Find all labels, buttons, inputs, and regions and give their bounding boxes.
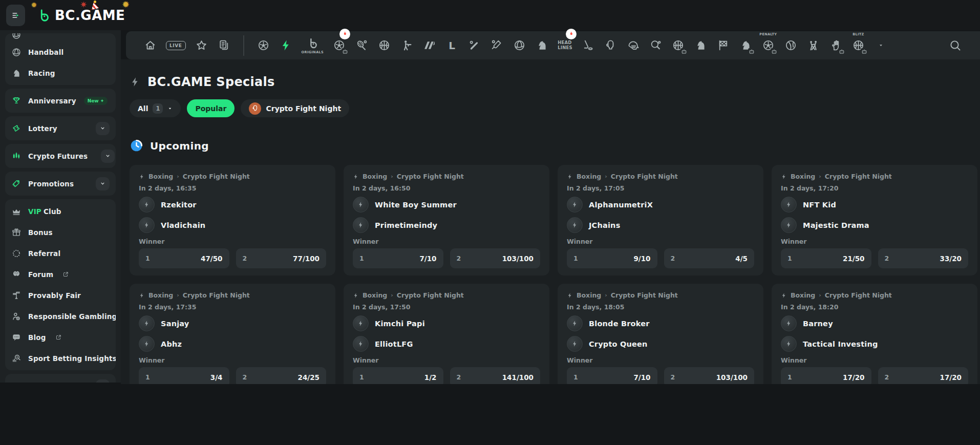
market-label: Winner: [781, 356, 968, 364]
stripes-icon: [423, 39, 436, 52]
topbar-item-basketball[interactable]: [377, 34, 391, 57]
topbar-item-chess[interactable]: [694, 34, 708, 57]
chevron-down-button[interactable]: [96, 379, 110, 383]
sidebar-item-anniversary[interactable]: AnniversaryNew ✦: [5, 90, 116, 111]
topbar-item-e-horse-racing[interactable]: [739, 34, 753, 57]
sidebar-item-blog[interactable]: Blog: [5, 327, 116, 348]
match-card[interactable]: Boxing›Crypto Fight NightIn 2 days, 17:3…: [130, 284, 335, 384]
odds-button[interactable]: 224/25: [236, 367, 327, 384]
filter-popular[interactable]: Popular: [187, 99, 235, 117]
topbar-item-blitz-basketball[interactable]: BLITZ: [851, 34, 865, 57]
sidebar-item-sponsorships[interactable]: Sponsorships: [5, 375, 116, 383]
topbar-item-live[interactable]: LIVE: [166, 34, 186, 57]
card-league: Boxing: [148, 173, 173, 180]
menu-button[interactable]: [6, 5, 25, 26]
sidebar-item-lottery[interactable]: Lottery: [5, 118, 116, 139]
topbar-item-bc-originals[interactable]: ORIGINALS: [302, 34, 324, 57]
odds-button[interactable]: 2103/100: [450, 248, 541, 268]
fighter-row: Sanjay: [139, 315, 326, 331]
sidebar-item-handball[interactable]: Handball: [5, 41, 116, 62]
topbar-item-futsal[interactable]: [784, 34, 798, 57]
filter-chips: All 1 Popular Crypto Fight Night: [130, 99, 980, 117]
topbar-item-my-bets[interactable]: [217, 34, 231, 57]
topbar-item-volleyball[interactable]: [513, 34, 526, 57]
topbar-item-bcgame-specials[interactable]: [279, 34, 293, 57]
sidebar-group: VIPClubBonusReferralForumProvably FairRe…: [5, 199, 116, 370]
odds-value: 21/50: [843, 255, 865, 263]
sidebar-item-crypto-futures[interactable]: Crypto Futures: [5, 145, 116, 166]
fighter-avatar: [781, 217, 797, 233]
sidebar-item-provably-fair[interactable]: Provably Fair: [5, 285, 116, 306]
sidebar-item-promotions[interactable]: Promotions: [5, 173, 116, 194]
chevron-down-button[interactable]: [96, 122, 110, 135]
topbar-item-more[interactable]: [874, 34, 888, 57]
match-card[interactable]: Boxing›Crypto Fight NightIn 2 days, 18:2…: [772, 284, 977, 384]
filter-crypto-fight-night[interactable]: Crypto Fight Night: [241, 99, 349, 117]
card-league-row: Boxing›Crypto Fight Night: [567, 173, 754, 180]
match-card[interactable]: Boxing›Crypto Fight NightIn 2 days, 16:3…: [130, 165, 335, 276]
odds-button[interactable]: 19/10: [567, 248, 657, 268]
odds-button[interactable]: 277/100: [236, 248, 327, 268]
sidebar-item-label: Anniversary: [28, 97, 76, 105]
topbar-item-baseball[interactable]: [467, 34, 481, 57]
bolt-icon: [130, 76, 141, 88]
sidebar-item-sport-betting-insights[interactable]: Sport Betting Insights: [5, 348, 116, 369]
topbar-item-boxing[interactable]: [604, 34, 617, 57]
topbar-item-esoccer[interactable]: [332, 34, 346, 57]
match-card[interactable]: Boxing›Crypto Fight NightIn 2 days, 17:0…: [558, 165, 763, 276]
odds-button[interactable]: 147/50: [139, 248, 229, 268]
odds-button[interactable]: 121/50: [781, 248, 871, 268]
match-card[interactable]: Boxing›Crypto Fight NightIn 2 days, 17:2…: [772, 165, 977, 276]
topbar-item-favourites[interactable]: [195, 34, 208, 57]
match-card[interactable]: Boxing›Crypto Fight NightIn 2 days, 16:5…: [344, 165, 549, 276]
search-button[interactable]: [949, 39, 962, 52]
sidebar-item-scrolled-sport[interactable]: [5, 35, 116, 41]
chevron-down-button[interactable]: [96, 177, 110, 190]
topbar-item-counter-strike[interactable]: [400, 34, 414, 57]
sidebar-item-forum[interactable]: Forum: [5, 264, 116, 285]
topbar-item-rock-paper-scissors[interactable]: [829, 34, 843, 57]
titlebar: BC.GAME ✹ ✷ ✹: [0, 0, 980, 30]
match-card[interactable]: Boxing›Crypto Fight NightIn 2 days, 17:5…: [344, 284, 549, 384]
topbar-item-home[interactable]: [143, 34, 157, 57]
sidebar-item-vip-club[interactable]: VIPClub: [5, 201, 116, 222]
card-start-time: In 2 days, 16:50: [353, 184, 540, 192]
card-league: Boxing: [791, 291, 815, 299]
topbar-item-tennis[interactable]: [355, 34, 369, 57]
topbar-caption-label: PENALTY: [759, 32, 777, 36]
odds-button[interactable]: 2103/100: [664, 367, 755, 384]
sidebar-item-racing[interactable]: Racing: [5, 62, 116, 83]
odds-button[interactable]: 2141/100: [450, 367, 541, 384]
odds-button[interactable]: 233/20: [878, 248, 969, 268]
topbar-item-cricket[interactable]: [490, 34, 504, 57]
sidebar-item-bonus[interactable]: Bonus: [5, 222, 116, 243]
sidebar-item-responsible-gambling[interactable]: Responsible Gambling: [5, 306, 116, 327]
topbar-item-ice-hockey[interactable]: [581, 34, 595, 57]
odds-button[interactable]: 17/10: [567, 367, 657, 384]
caret-down-icon: [167, 106, 173, 111]
odds-button[interactable]: 11/2: [353, 367, 443, 384]
filter-all-dropdown[interactable]: All 1: [130, 99, 181, 117]
odds-button[interactable]: 17/10: [353, 248, 443, 268]
odds-button[interactable]: 13/4: [139, 367, 229, 384]
odds-button[interactable]: 217/20: [878, 367, 969, 384]
odds-value: 1/2: [424, 373, 437, 382]
topbar-item-headlines[interactable]: HEAD LINES: [558, 34, 572, 57]
odds-button[interactable]: 117/20: [781, 367, 871, 384]
topbar-item-e-basketball[interactable]: [671, 34, 685, 57]
topbar-item-penalty-shootout[interactable]: PENALTY: [761, 34, 775, 57]
bolt-icon: [280, 39, 292, 52]
match-card[interactable]: Boxing›Crypto Fight NightIn 2 days, 18:0…: [558, 284, 763, 384]
chevron-down-button[interactable]: [101, 150, 115, 163]
topbar-item-table-tennis[interactable]: [649, 34, 663, 57]
brand-logo[interactable]: BC.GAME ✹ ✷ ✹: [36, 8, 125, 23]
topbar-item-soccer[interactable]: [257, 34, 270, 57]
sidebar-item-referral[interactable]: Referral: [5, 243, 116, 264]
topbar-item-nba2k[interactable]: [422, 34, 436, 57]
topbar-item-league-of-legends[interactable]: L: [445, 34, 459, 57]
odds-button[interactable]: 24/5: [664, 248, 755, 268]
topbar-item-motorsport[interactable]: [716, 34, 730, 57]
topbar-item-horse-racing[interactable]: [535, 34, 549, 57]
topbar-item-american-football[interactable]: [626, 34, 640, 57]
topbar-item-wrestling[interactable]: [806, 34, 820, 57]
